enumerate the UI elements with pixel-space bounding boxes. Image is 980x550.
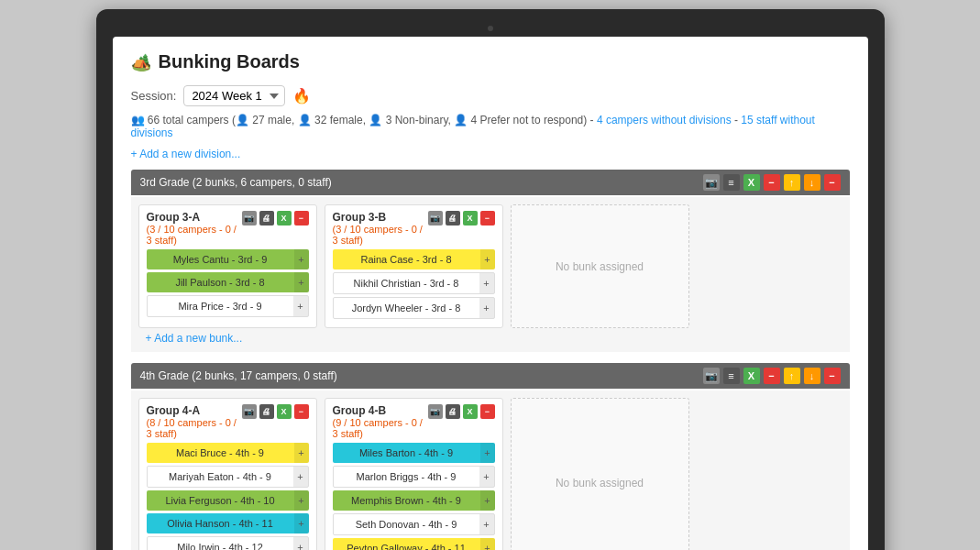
camper-row: Olivia Hanson - 4th - 11 + xyxy=(147,513,309,534)
bunk-4a-excel[interactable]: X xyxy=(277,404,292,419)
division-4-down-btn[interactable]: ↓ xyxy=(804,368,820,384)
division-3rd-grade-body: Group 3-A (3 / 10 campers - 0 / 3 staff)… xyxy=(131,197,850,352)
division-list-btn[interactable]: ≡ xyxy=(723,174,740,191)
camper-action-btn[interactable]: + xyxy=(293,537,308,550)
camper-action-btn[interactable]: + xyxy=(294,272,309,292)
division-4-remove-btn[interactable]: − xyxy=(824,368,841,384)
division-camera-btn[interactable]: 📷 xyxy=(703,174,720,191)
camper-action-btn[interactable]: + xyxy=(294,443,309,463)
camper-action-btn[interactable]: + xyxy=(480,443,495,463)
bunk-4b-delete[interactable]: − xyxy=(480,404,495,419)
person-icon: 👥 xyxy=(131,114,145,126)
bunk-4b-camera[interactable]: 📷 xyxy=(428,404,443,419)
camper-name: Olivia Hanson - 4th - 11 xyxy=(147,515,294,532)
bunk-4b: Group 4-B (9 / 10 campers - 0 / 3 staff)… xyxy=(325,398,503,550)
no-bunk-card-3rd: No bunk assigned xyxy=(511,204,689,328)
nonbinary-count: 3 Non-binary xyxy=(386,114,448,126)
camper-action-btn[interactable]: + xyxy=(480,249,495,270)
no-divisions-link[interactable]: 4 campers without divisions xyxy=(597,114,732,126)
camper-action-btn[interactable]: + xyxy=(293,467,308,487)
bunk-3a-actions: 📷 🖨 X − xyxy=(242,211,309,226)
bunk-4b-excel[interactable]: X xyxy=(463,404,478,419)
session-label: Session: xyxy=(131,89,177,103)
bunk-4b-actions: 📷 🖨 X − xyxy=(428,404,495,419)
division-up-btn[interactable]: ↑ xyxy=(784,174,800,191)
bunk-3a-excel[interactable]: X xyxy=(277,211,292,226)
camper-row: Nikhil Christian - 3rd - 8 + xyxy=(333,272,495,294)
bunk-4a-subtitle: (8 / 10 campers - 0 / 3 staff) xyxy=(147,417,242,439)
bunk-3b-camera[interactable]: 📷 xyxy=(428,211,443,226)
camper-row: Milo Irwin - 4th - 12 + xyxy=(147,536,309,550)
bunk-3a-print[interactable]: 🖨 xyxy=(259,211,274,226)
camper-action-btn[interactable]: + xyxy=(479,298,494,318)
bunk-4a-delete[interactable]: − xyxy=(294,404,309,419)
camper-action-btn[interactable]: + xyxy=(480,538,495,550)
camper-name: Maci Bruce - 4th - 9 xyxy=(147,445,294,461)
division-4-list-btn[interactable]: ≡ xyxy=(723,368,740,384)
division-3rd-grade: 3rd Grade (2 bunks, 6 campers, 0 staff) … xyxy=(131,170,850,352)
division-remove-btn[interactable]: − xyxy=(824,174,841,191)
division-4-delete-btn[interactable]: − xyxy=(764,368,780,384)
bunk-3a-delete[interactable]: − xyxy=(294,211,309,226)
prefer-count: 4 Prefer not to respond xyxy=(471,114,584,126)
camper-name: Raina Case - 3rd - 8 xyxy=(333,251,480,268)
camper-row: Jill Paulson - 3rd - 8 + xyxy=(147,272,309,292)
bunk-4b-header: Group 4-B (9 / 10 campers - 0 / 3 staff)… xyxy=(333,404,495,439)
division-delete-btn[interactable]: − xyxy=(764,174,780,191)
camper-row: Raina Case - 3rd - 8 + xyxy=(333,249,495,270)
camper-name: Miles Barton - 4th - 9 xyxy=(333,445,480,461)
camper-action-btn[interactable]: + xyxy=(479,467,494,487)
male-count: 27 male xyxy=(252,114,292,126)
camper-name: Seth Donovan - 4th - 9 xyxy=(334,516,479,533)
camper-name: Mira Price - 3rd - 9 xyxy=(148,298,293,314)
division-4-up-btn[interactable]: ↑ xyxy=(784,368,800,384)
bunk-4a-actions: 📷 🖨 X − xyxy=(242,404,309,419)
camper-row: Memphis Brown - 4th - 9 + xyxy=(333,490,495,511)
bunk-3a-subtitle: (3 / 10 campers - 0 / 3 staff) xyxy=(147,224,242,246)
bunk-4a-camera[interactable]: 📷 xyxy=(242,404,257,419)
camper-action-btn[interactable]: + xyxy=(479,273,494,293)
camper-row: Seth Donovan - 4th - 9 + xyxy=(333,513,495,535)
camper-row: Marlon Briggs - 4th - 9 + xyxy=(333,466,495,488)
camper-row: Peyton Galloway - 4th - 11 + xyxy=(333,538,495,550)
bunk-4b-print[interactable]: 🖨 xyxy=(446,404,460,419)
title-icon: 🏕️ xyxy=(131,52,151,72)
bunk-3b-excel[interactable]: X xyxy=(463,211,478,226)
bunk-3b: Group 3-B (3 / 10 campers - 0 / 3 staff)… xyxy=(325,204,503,328)
division-4th-grade-actions: 📷 ≡ X − ↑ ↓ − xyxy=(703,368,841,384)
division-4-camera-btn[interactable]: 📷 xyxy=(703,368,720,384)
bunk-3a-camera[interactable]: 📷 xyxy=(242,211,257,226)
session-select[interactable]: 2024 Week 1 2024 Week 2 2024 Week 3 xyxy=(183,85,285,106)
page-title: 🏕️ Bunking Boards xyxy=(131,51,850,72)
camper-action-btn[interactable]: + xyxy=(293,296,308,316)
add-division-link[interactable]: + Add a new division... xyxy=(131,148,241,160)
bunk-3b-delete[interactable]: − xyxy=(480,211,495,226)
camper-action-btn[interactable]: + xyxy=(480,490,495,511)
bunk-3b-print[interactable]: 🖨 xyxy=(446,211,460,226)
no-bunk-text-4th: No bunk assigned xyxy=(556,477,644,490)
bunk-3b-subtitle: (3 / 10 campers - 0 / 3 staff) xyxy=(333,224,428,246)
camper-row: Miles Barton - 4th - 9 + xyxy=(333,443,495,463)
camper-action-btn[interactable]: + xyxy=(294,490,309,511)
camper-name: Memphis Brown - 4th - 9 xyxy=(333,492,480,509)
bunk-3b-actions: 📷 🖨 X − xyxy=(428,211,495,226)
bunk-4a-header: Group 4-A (8 / 10 campers - 0 / 3 staff)… xyxy=(147,404,309,439)
female-icon: 👤 xyxy=(298,114,312,126)
camper-name: Nikhil Christian - 3rd - 8 xyxy=(334,275,479,292)
bunk-3a-header: Group 3-A (3 / 10 campers - 0 / 3 staff)… xyxy=(147,211,309,246)
division-4-excel-btn[interactable]: X xyxy=(743,368,760,384)
camper-action-btn[interactable]: + xyxy=(294,249,309,270)
camper-action-btn[interactable]: + xyxy=(479,514,494,534)
alert-icon[interactable]: 🔥 xyxy=(292,87,311,104)
division-down-btn[interactable]: ↓ xyxy=(804,174,820,191)
bunk-4a: Group 4-A (8 / 10 campers - 0 / 3 staff)… xyxy=(138,398,317,550)
bunk-3a: Group 3-A (3 / 10 campers - 0 / 3 staff)… xyxy=(138,204,317,328)
bunk-3b-title: Group 3-B xyxy=(333,211,428,224)
bunks-row-4th: Group 4-A (8 / 10 campers - 0 / 3 staff)… xyxy=(138,398,842,550)
title-text: Bunking Boards xyxy=(159,51,300,72)
add-bunk-link-3rd[interactable]: + Add a new bunk... xyxy=(146,332,243,345)
division-excel-btn[interactable]: X xyxy=(743,174,760,191)
camper-action-btn[interactable]: + xyxy=(294,513,309,534)
bunk-4a-print[interactable]: 🖨 xyxy=(259,404,274,419)
laptop-camera xyxy=(488,26,493,31)
